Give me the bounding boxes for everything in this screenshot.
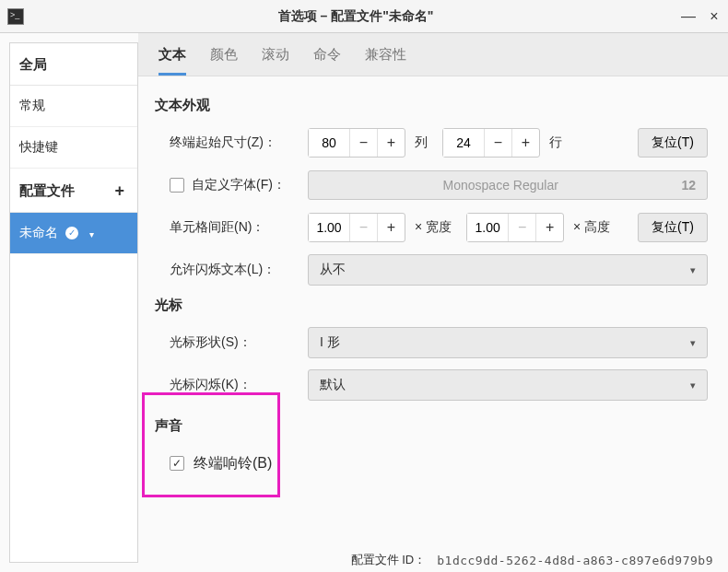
reset-spacing-button[interactable]: 复位(T) [638, 213, 708, 242]
section-cursor: 光标 [155, 297, 708, 314]
rows-input[interactable] [443, 129, 484, 157]
tab-command[interactable]: 命令 [313, 46, 341, 76]
font-chooser-button[interactable]: Monospace Regular 12 [308, 170, 708, 200]
sidebar-profiles-header: 配置文件 + [10, 169, 137, 213]
width-spinner[interactable]: − + [308, 213, 405, 242]
terminal-bell-label: 终端响铃(B) [194, 454, 272, 473]
cursor-blink-value: 默认 [320, 377, 346, 393]
cursor-shape-value: I 形 [320, 334, 340, 351]
width-input[interactable] [309, 214, 349, 241]
cell-spacing-label: 单元格间距(N)： [170, 219, 299, 236]
profile-dropdown-icon[interactable] [86, 226, 94, 240]
row-custom-font: 自定义字体(F)： Monospace Regular 12 [170, 169, 708, 201]
custom-font-label-wrap: 自定义字体(F)： [170, 177, 299, 193]
sidebar-profiles-label: 配置文件 [19, 182, 75, 200]
cursor-shape-label: 光标形状(S)： [170, 334, 299, 351]
row-cell-spacing: 单元格间距(N)： − + × 宽度 − + × 高度 复位(T) [170, 212, 708, 243]
active-check-icon: ✓ [65, 227, 78, 239]
rows-minus[interactable]: − [484, 129, 511, 157]
sidebar: 全局 常规 快捷键 配置文件 + 未命名 ✓ [9, 42, 138, 563]
section-sound: 声音 [155, 417, 708, 435]
height-minus[interactable]: − [508, 214, 535, 241]
tab-text[interactable]: 文本 [159, 46, 186, 76]
sidebar-global-header: 全局 [10, 43, 137, 86]
sidebar-profile-label: 未命名 [19, 225, 58, 241]
height-plus[interactable]: + [535, 214, 563, 241]
blink-text-label: 允许闪烁文本(L)： [170, 262, 299, 278]
row-cursor-blink: 光标闪烁(K)： 默认 [170, 369, 708, 401]
add-profile-button[interactable]: + [111, 181, 128, 201]
width-plus[interactable]: + [377, 214, 405, 241]
cursor-blink-label: 光标闪烁(K)： [170, 377, 299, 393]
cursor-shape-combo[interactable]: I 形 [308, 327, 708, 358]
row-blink-text: 允许闪烁文本(L)： 从不 [170, 254, 708, 286]
sidebar-item-shortcuts[interactable]: 快捷键 [10, 127, 137, 169]
row-initial-size: 终端起始尺寸(Z)： − + 列 − + 行 复位(T) [170, 127, 708, 158]
terminal-app-icon [7, 8, 24, 25]
rows-spinner[interactable]: − + [442, 128, 540, 158]
sidebar-item-general[interactable]: 常规 [10, 86, 137, 127]
custom-font-label: 自定义字体(F)： [192, 177, 286, 193]
minimize-button[interactable]: — [682, 10, 695, 23]
row-terminal-bell: 终端响铃(B) [170, 448, 708, 479]
rows-unit: 行 [549, 134, 562, 151]
height-unit: × 高度 [573, 219, 610, 236]
terminal-bell-checkbox[interactable] [170, 456, 184, 471]
rows-plus[interactable]: + [511, 129, 539, 157]
tab-compat[interactable]: 兼容性 [365, 46, 406, 76]
profile-id-label: 配置文件 ID： [351, 552, 427, 568]
cols-unit: 列 [415, 134, 428, 151]
cursor-blink-combo[interactable]: 默认 [308, 369, 708, 401]
profile-id-value: b1dcc9dd-5262-4d8d-a863-c897e6d979b9 [437, 554, 713, 567]
width-unit: × 宽度 [415, 219, 452, 236]
height-input[interactable] [467, 214, 508, 241]
tab-colors[interactable]: 颜色 [210, 46, 238, 76]
blink-text-value: 从不 [320, 262, 346, 278]
tab-scrolling[interactable]: 滚动 [262, 46, 289, 76]
cols-spinner[interactable]: − + [308, 128, 405, 158]
cols-input[interactable] [309, 129, 349, 157]
blink-text-combo[interactable]: 从不 [308, 254, 708, 286]
height-spinner[interactable]: − + [466, 213, 564, 242]
window-title: 首选项 – 配置文件"未命名" [29, 8, 682, 25]
initial-size-label: 终端起始尺寸(Z)： [170, 134, 299, 151]
cols-plus[interactable]: + [377, 129, 405, 157]
footer: 配置文件 ID： b1dcc9dd-5262-4d8d-a863-c897e6d… [351, 552, 713, 568]
font-size: 12 [681, 178, 696, 193]
custom-font-checkbox[interactable] [170, 178, 184, 193]
width-minus[interactable]: − [349, 214, 377, 241]
section-text-appearance: 文本外观 [155, 97, 708, 114]
reset-size-button[interactable]: 复位(T) [638, 128, 708, 158]
pane-text: 文本外观 终端起始尺寸(Z)： − + 列 − + 行 复位(T) [138, 76, 728, 572]
tabs: 文本 颜色 滚动 命令 兼容性 [138, 33, 728, 76]
titlebar: 首选项 – 配置文件"未命名" — × [0, 0, 728, 33]
font-name: Monospace Regular [320, 178, 681, 193]
close-button[interactable]: × [708, 10, 721, 23]
highlight-annotation [142, 392, 280, 497]
row-cursor-shape: 光标形状(S)： I 形 [170, 327, 708, 358]
sidebar-item-profile-active[interactable]: 未命名 ✓ [10, 213, 137, 254]
cols-minus[interactable]: − [349, 129, 377, 157]
